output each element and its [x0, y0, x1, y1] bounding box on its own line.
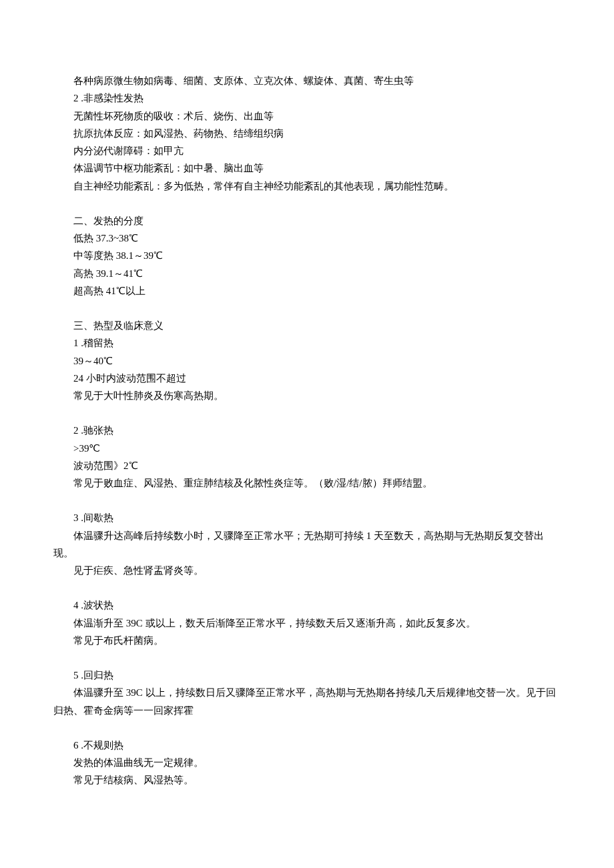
- text-line: 内分泌代谢障碍：如甲亢: [53, 142, 561, 159]
- blank-line: [53, 300, 561, 317]
- text-line: 5 .回归热: [53, 667, 561, 684]
- text-line: 波动范围》2℃: [53, 457, 561, 474]
- text-line: 低热 37.3~38℃: [53, 230, 561, 247]
- text-line: 高热 39.1～41℃: [53, 265, 561, 282]
- blank-line: [53, 719, 561, 737]
- text-line: 无菌性坏死物质的吸收：术后、烧伤、出血等: [53, 107, 561, 125]
- text-line: 常见于败血症、风湿热、重症肺结核及化脓性炎症等。（败/湿/结/脓）拜师结盟。: [53, 474, 561, 492]
- text-line: 常见于大叶性肺炎及伤寒高热期。: [53, 387, 561, 404]
- text-line: 中等度热 38.1～39℃: [53, 247, 561, 264]
- blank-line: [53, 195, 561, 212]
- text-line: 二、发热的分度: [53, 212, 561, 230]
- blank-line: [53, 404, 561, 422]
- document-body: 各种病原微生物如病毒、细菌、支原体、立克次体、螺旋体、真菌、寄生虫等2 .非感染…: [53, 72, 561, 789]
- text-line: 三、热型及临床意义: [53, 317, 561, 334]
- text-line: 1 .稽留热: [53, 334, 561, 352]
- text-line: 体温调节中枢功能紊乱：如中暑、脑出血等: [53, 159, 561, 177]
- text-line: 2 .驰张热: [53, 422, 561, 439]
- text-line: 体温骤升至 39C 以上，持续数日后又骤降至正常水平，高热期与无热期各持续几天后…: [53, 684, 561, 719]
- text-line: 24 小时内波动范围不超过: [53, 370, 561, 387]
- blank-line: [53, 579, 561, 596]
- blank-line: [53, 649, 561, 667]
- blank-line: [53, 492, 561, 509]
- text-line: 6 .不规则热: [53, 737, 561, 754]
- text-line: 3 .间歇热: [53, 509, 561, 526]
- text-line: 发热的体温曲线无一定规律。: [53, 754, 561, 771]
- text-line: 超高热 41℃以上: [53, 282, 561, 300]
- text-line: 常见于布氏杆菌病。: [53, 632, 561, 649]
- text-line: 自主神经功能紊乱：多为低热，常伴有自主神经功能紊乱的其他表现，属功能性范畴。: [53, 177, 561, 195]
- text-line: 体温渐升至 39C 或以上，数天后渐降至正常水平，持续数天后又逐渐升高，如此反复…: [53, 614, 561, 632]
- document-page: 各种病原微生物如病毒、细菌、支原体、立克次体、螺旋体、真菌、寄生虫等2 .非感染…: [0, 0, 614, 829]
- text-line: 4 .波状热: [53, 596, 561, 614]
- text-line: 39～40℃: [53, 352, 561, 370]
- text-line: 2 .非感染性发热: [53, 89, 561, 107]
- text-line: 各种病原微生物如病毒、细菌、支原体、立克次体、螺旋体、真菌、寄生虫等: [53, 72, 561, 89]
- text-line: 体温骤升达高峰后持续数小时，又骤降至正常水平；无热期可持续 1 天至数天，高热期…: [53, 527, 561, 562]
- text-line: 常见于结核病、风湿热等。: [53, 771, 561, 789]
- text-line: 抗原抗体反应：如风湿热、药物热、结缔组织病: [53, 125, 561, 142]
- text-line: >39℃: [53, 440, 561, 457]
- text-line: 见于疟疾、急性肾盂肾炎等。: [53, 562, 561, 579]
